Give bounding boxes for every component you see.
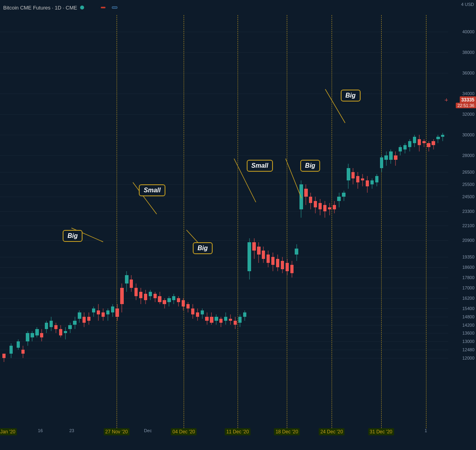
chart-title: Bitcoin CME Futures · 1D · CME [3, 5, 77, 11]
candle-body [333, 205, 336, 209]
candle-body [224, 317, 227, 321]
candle-body [403, 145, 407, 149]
candle-body [413, 137, 416, 143]
candle-body [154, 294, 157, 298]
price-label: 17000 [462, 285, 474, 290]
candle-body [267, 255, 270, 263]
candle-body [295, 249, 298, 255]
candle-body [205, 317, 208, 321]
ohlc-info [87, 5, 97, 11]
candle-body [342, 193, 345, 197]
candle-body [389, 151, 392, 160]
date-label: 16 [38, 428, 43, 433]
price-label: 25500 [462, 182, 474, 187]
candle-body [441, 135, 444, 137]
price-label: 18600 [462, 265, 474, 270]
candle-body [304, 189, 307, 197]
price-label: 16200 [462, 296, 474, 301]
candle-body [286, 263, 289, 271]
candle-body [149, 292, 152, 296]
price-label: 38000 [462, 50, 474, 55]
candle-body [31, 333, 34, 337]
annotation-label-5: Big [341, 90, 361, 101]
price-label: 32000 [462, 112, 474, 117]
candle-body [130, 280, 133, 288]
candle-body [73, 321, 76, 325]
price-label: 12000 [462, 356, 474, 360]
annotation-label-4: Big [300, 160, 320, 172]
candle-body [68, 325, 71, 329]
candle-body [252, 242, 255, 251]
candle-body [144, 294, 147, 300]
chart-container: Bitcoin CME Futures · 1D · CME 400003800… [0, 0, 476, 450]
date-label: 23 [69, 428, 74, 433]
candles-area [0, 15, 448, 428]
candle-body [399, 147, 402, 151]
candle-body [54, 325, 58, 329]
price-label: 13600 [462, 331, 474, 335]
price-label: 13000 [462, 339, 474, 344]
candle-body [186, 304, 190, 308]
candle-body [394, 155, 397, 159]
price-badge-left [101, 7, 106, 8]
candle-body [248, 242, 251, 271]
date-label: 31 Dec '20 [368, 428, 394, 435]
candle-body [210, 317, 213, 323]
price-label: 26500 [462, 170, 474, 174]
candle-wick [443, 133, 443, 141]
candle-body [182, 300, 185, 306]
candle-body [370, 180, 374, 184]
candle-body [139, 292, 142, 298]
candle-body [134, 288, 138, 296]
candle-body [17, 341, 20, 348]
date-label: 04 Dec '20 [171, 428, 197, 435]
live-dot [80, 6, 84, 10]
annotation-label-2: Big [193, 242, 213, 254]
candle-body [97, 310, 100, 314]
candle-body [436, 137, 440, 139]
candle-body [229, 319, 232, 321]
annotation-label-1: Small [139, 184, 165, 196]
candle-body [234, 321, 237, 325]
candle-body [115, 308, 119, 317]
date-label: 27 Jan '20 [0, 428, 17, 435]
candle-body [172, 296, 175, 300]
candle-body [337, 197, 340, 201]
price-label: 20900 [462, 238, 474, 243]
price-label: 15400 [462, 306, 474, 311]
candle-body [92, 308, 95, 312]
price-label: 28000 [462, 153, 474, 158]
candle-body [380, 157, 383, 168]
candle-body [111, 306, 114, 313]
candle-body [177, 298, 180, 302]
price-label: 40000 [462, 29, 474, 34]
candle-body [201, 310, 204, 314]
date-label: 1 [424, 428, 427, 433]
y-axis: 4000038000360003400032000300002800026500… [448, 0, 476, 450]
annotation-label-3: Small [247, 160, 273, 172]
candle-body [191, 308, 194, 315]
price-label: 14200 [462, 323, 474, 327]
price-label: 19350 [462, 255, 474, 259]
price-badge-right [112, 6, 117, 9]
price-label: 36000 [462, 71, 474, 75]
candle-body [10, 346, 13, 354]
candle-body [262, 251, 265, 259]
price-label: 17800 [462, 275, 474, 280]
candle-body [356, 176, 359, 182]
candle-body [384, 155, 388, 159]
candle-body [276, 259, 279, 267]
chart-header: Bitcoin CME Futures · 1D · CME [0, 0, 476, 15]
candle-body [299, 184, 303, 209]
candle-wick [329, 203, 330, 215]
candle-body [106, 310, 109, 314]
candle-wick [65, 327, 65, 339]
price-label: 14800 [462, 314, 474, 319]
candle-body [323, 205, 326, 211]
candle-body [59, 329, 62, 335]
price-label: 23300 [462, 209, 474, 214]
candle-body [215, 317, 218, 321]
price-label: 12480 [462, 347, 474, 352]
candle-body [290, 265, 294, 273]
candle-body [158, 296, 161, 303]
